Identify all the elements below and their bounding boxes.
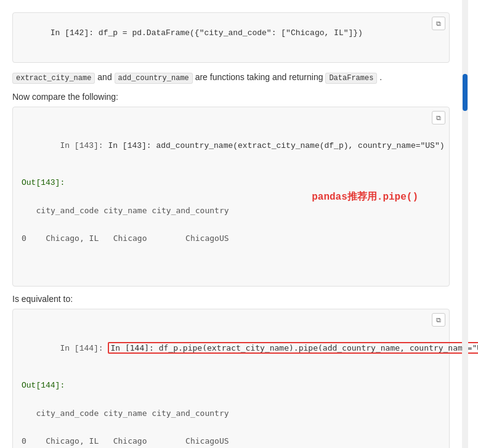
text-and-1: and — [97, 72, 114, 82]
text-block-1: extract_city_name and add_country_name a… — [12, 70, 450, 84]
text-period-1: . — [379, 72, 382, 82]
heading-is-equivalent: Is equivalent to: — [12, 294, 450, 304]
main-content: In [142]: df_p = pd.DataFrame({"city_and… — [0, 0, 462, 448]
page-container: In [142]: df_p = pd.DataFrame({"city_and… — [0, 0, 478, 448]
code-in-label-3: In [144]: — [60, 344, 108, 353]
scrollbar-thumb[interactable] — [463, 74, 468, 111]
scrollbar[interactable] — [462, 0, 468, 448]
pandas-annotation: pandas推荐用.pipe() — [312, 190, 418, 203]
code-in-content-2: In [143]: add_country_name(extract_city_… — [108, 141, 444, 150]
code-out-label-3: Out[144]: — [22, 381, 440, 390]
copy-button-2[interactable]: ⧉ — [432, 111, 445, 124]
code-in-label-2: In [143]: — [60, 141, 108, 150]
heading-now-compare: Now compare the following: — [12, 92, 450, 102]
code-in-line-2: In [143]: In [143]: add_country_name(ext… — [22, 132, 326, 160]
code-block-3: In [144]: In [144]: df_p.pipe(extract_ci… — [12, 309, 450, 448]
code-header-2: city_and_code city_name city_and_country — [22, 206, 326, 215]
copy-button-1[interactable]: ⧉ — [432, 17, 445, 30]
text-are-functions: are functions taking and returning — [195, 72, 326, 82]
copy-button-3[interactable]: ⧉ — [432, 313, 445, 327]
pipe-highlighted-code: In [144]: df_p.pipe(extract_city_name).p… — [108, 342, 478, 354]
tag-dataframes: DataFrames — [325, 73, 377, 84]
code-block-1: In [142]: df_p = pd.DataFrame({"city_and… — [12, 12, 450, 63]
code-out-label-2: Out[143]: — [22, 178, 326, 187]
code-line-1: In [142]: df_p = pd.DataFrame({"city_and… — [51, 28, 363, 38]
code-header-3: city_and_code city_name city_and_country — [22, 409, 440, 418]
code-in-line-3: In [144]: In [144]: df_p.pipe(extract_ci… — [22, 334, 440, 362]
code-data-row-3: 0 Chicago, IL Chicago ChicagoUS — [22, 436, 440, 446]
code-block-2: In [143]: In [143]: add_country_name(ext… — [12, 107, 450, 287]
tag-extract-city-name-1: extract_city_name — [12, 73, 95, 84]
code-data-row-2: 0 Chicago, IL Chicago ChicagoUS — [22, 234, 326, 243]
tag-add-country-name-1: add_country_name — [115, 73, 193, 84]
